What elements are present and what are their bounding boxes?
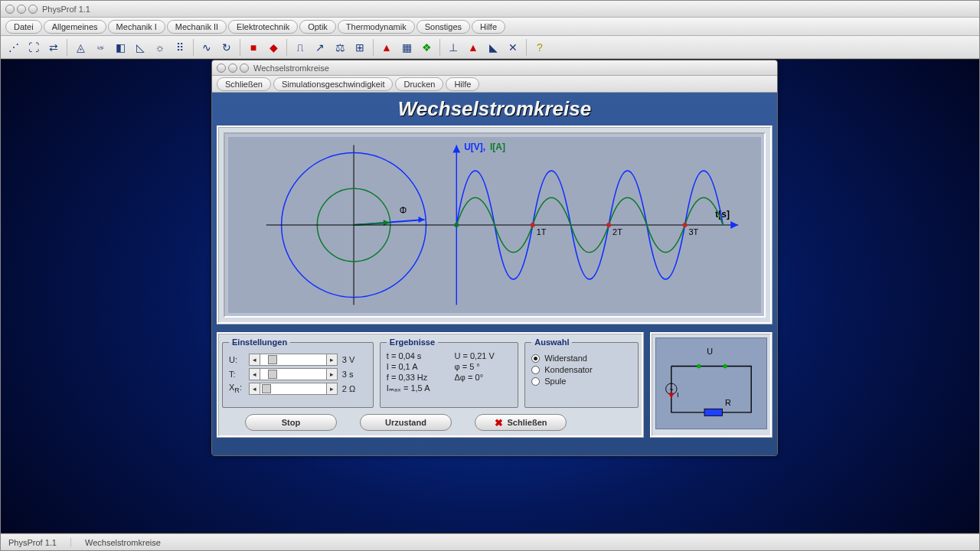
tool-1-icon[interactable]: ⋰ — [4, 38, 24, 57]
status-doc: Wechselstromkreise — [85, 538, 175, 547]
tool-5-icon[interactable]: ⎃ — [90, 38, 110, 57]
reset-button[interactable]: Urzustand — [360, 414, 452, 431]
menu-thermodynamik[interactable]: Thermodynamik — [338, 20, 415, 34]
result-i: I = 0,1 A — [387, 362, 444, 371]
menu-datei[interactable]: Datei — [5, 20, 42, 34]
setting-u-slider[interactable]: ◂ ▸ — [249, 354, 338, 366]
subw-menu-close[interactable]: Schließen — [217, 77, 271, 91]
chevron-left-icon[interactable]: ◂ — [250, 369, 260, 380]
tool-23-icon[interactable]: ◣ — [483, 38, 503, 57]
tool-6-icon[interactable]: ◧ — [110, 38, 130, 57]
setting-t-label: T: — [229, 370, 244, 379]
tool-16-icon[interactable]: ⚖ — [330, 38, 350, 57]
tool-9-icon[interactable]: ⠿ — [170, 38, 190, 57]
selection-legend: Auswahl — [531, 337, 572, 347]
minimize-icon[interactable] — [17, 5, 26, 14]
menu-allgemeines[interactable]: Allgemeines — [44, 20, 106, 34]
setting-xr-value: 2 Ω — [342, 384, 367, 393]
svg-text:I[A]: I[A] — [490, 142, 505, 152]
menu-hilfe[interactable]: Hilfe — [472, 20, 505, 34]
subw-menu-speed[interactable]: Simulationsgeschwindigkeit — [273, 77, 394, 91]
subw-menu: Schließen Simulationsgeschwindigkeit Dru… — [212, 76, 777, 93]
svg-point-22 — [454, 223, 459, 227]
tool-12-icon[interactable]: ■ — [243, 38, 263, 57]
svg-rect-26 — [704, 409, 722, 416]
stop-button[interactable]: Stop — [245, 414, 337, 431]
main-menu: Datei Allgemeines Mechanik I Mechanik II… — [1, 18, 979, 36]
radio-kondensator[interactable]: Kondensator — [531, 365, 632, 374]
tool-19-icon[interactable]: ▦ — [397, 38, 416, 57]
results-box: Ergebnisse t = 0,04 s U = 0,21 V I = 0,1… — [380, 337, 518, 408]
app-window: PhysProf 1.1 Datei Allgemeines Mechanik … — [0, 0, 980, 551]
tool-8-icon[interactable]: ☼ — [150, 38, 170, 57]
app-titlebar[interactable]: PhysProf 1.1 — [1, 1, 979, 18]
subw-maximize-icon[interactable] — [240, 64, 249, 73]
radio-icon — [531, 354, 540, 363]
radio-widerstand[interactable]: Widerstand — [531, 354, 632, 363]
selection-box: Auswahl Widerstand Kondensator — [524, 337, 639, 408]
result-t: t = 0,04 s — [387, 351, 444, 360]
settings-box: Einstellungen U: ◂ ▸ 3 V — [222, 337, 374, 408]
close-icon[interactable] — [5, 5, 15, 14]
menu-optik[interactable]: Optik — [299, 20, 336, 34]
tool-7-icon[interactable]: ◺ — [130, 38, 150, 57]
maximize-icon[interactable] — [28, 5, 38, 14]
chevron-right-icon[interactable]: ▸ — [326, 369, 337, 380]
tool-10-icon[interactable]: ∿ — [197, 38, 217, 57]
tool-18-icon[interactable]: ▲ — [377, 38, 397, 57]
menu-mechanik2[interactable]: Mechanik II — [167, 20, 227, 34]
chevron-left-icon[interactable]: ◂ — [250, 383, 260, 394]
tool-20-icon[interactable]: ❖ — [416, 38, 436, 57]
subw-menu-help[interactable]: Hilfe — [446, 77, 479, 91]
setting-t-value: 3 s — [342, 370, 367, 379]
tool-3-icon[interactable]: ⇄ — [44, 38, 64, 57]
subw-close-icon[interactable] — [217, 64, 226, 73]
svg-point-27 — [697, 364, 701, 368]
svg-text:U[V],: U[V], — [464, 142, 485, 152]
sub-window: Wechselstromkreise Schließen Simulations… — [211, 60, 778, 456]
setting-u-value: 3 V — [342, 355, 367, 364]
settings-legend: Einstellungen — [229, 337, 290, 347]
tool-24-icon[interactable]: ✕ — [503, 38, 523, 57]
subw-body: Wechselstromkreise — [212, 93, 777, 455]
menu-elektrotechnik[interactable]: Elektrotechnik — [228, 20, 298, 34]
tool-help-icon[interactable]: ? — [530, 38, 550, 57]
close-button[interactable]: ✖ Schließen — [475, 414, 567, 431]
app-title: PhysProf 1.1 — [42, 5, 90, 14]
setting-t-slider[interactable]: ◂ ▸ — [249, 368, 338, 380]
button-row: Stop Urzustand ✖ Schließen — [222, 414, 639, 431]
menu-sonstiges[interactable]: Sonstiges — [416, 20, 470, 34]
menu-mechanik1[interactable]: Mechanik I — [108, 20, 165, 34]
chevron-right-icon[interactable]: ▸ — [326, 383, 337, 394]
result-dphi: Δφ = 0° — [455, 373, 512, 382]
tool-17-icon[interactable]: ⊞ — [350, 38, 370, 57]
svg-text:~: ~ — [669, 386, 673, 393]
tool-15-icon[interactable]: ↗ — [310, 38, 330, 57]
radio-icon — [531, 366, 540, 374]
subw-titlebar[interactable]: Wechselstromkreise — [212, 60, 777, 76]
svg-text:3T: 3T — [689, 227, 699, 236]
result-imax: Iₘₐₓ = 1,5 A — [387, 383, 444, 393]
chevron-right-icon[interactable]: ▸ — [326, 354, 337, 365]
setting-u-label: U: — [229, 355, 244, 364]
svg-point-18 — [606, 223, 611, 227]
tool-13-icon[interactable]: ◆ — [263, 38, 283, 57]
tool-22-icon[interactable]: ▲ — [463, 38, 483, 57]
window-controls — [5, 5, 38, 14]
tool-14-icon[interactable]: ⎍ — [290, 38, 310, 57]
tool-11-icon[interactable]: ↻ — [217, 38, 237, 57]
control-panel: Einstellungen U: ◂ ▸ 3 V — [217, 332, 644, 438]
subw-minimize-icon[interactable] — [228, 64, 237, 73]
chevron-left-icon[interactable]: ◂ — [250, 354, 260, 365]
results-legend: Ergebnisse — [387, 337, 438, 347]
main-toolbar: ⋰ ⛶ ⇄ ◬ ⎃ ◧ ◺ ☼ ⠿ ∿ ↻ ■ ◆ ⎍ ↗ ⚖ ⊞ ▲ ▦ ❖ … — [1, 36, 979, 59]
plot-frame: Φ U[V], I[A] t[s] — [217, 126, 773, 324]
subw-menu-print[interactable]: Drucken — [395, 77, 443, 91]
tool-4-icon[interactable]: ◬ — [70, 38, 90, 57]
tool-2-icon[interactable]: ⛶ — [24, 38, 44, 57]
setting-xr-slider[interactable]: ◂ ▸ — [249, 383, 338, 395]
circuit-u-label: U — [707, 347, 713, 356]
radio-spule[interactable]: Spule — [531, 377, 632, 386]
tool-21-icon[interactable]: ⊥ — [443, 38, 463, 57]
subw-title: Wechselstromkreise — [253, 64, 329, 73]
